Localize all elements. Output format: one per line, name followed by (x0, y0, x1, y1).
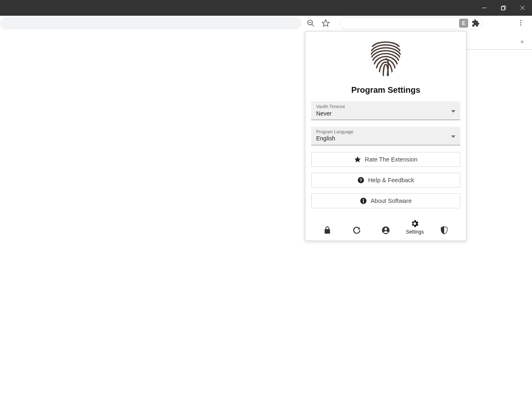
vault-timeout-select[interactable]: Vaulth Timeout Never (311, 101, 460, 120)
language-label: Program Language (316, 129, 455, 135)
refresh-icon (352, 226, 361, 235)
zoom-out-icon[interactable] (307, 19, 315, 27)
bottom-nav: Settings (311, 217, 460, 237)
fingerprint-shield-logo (365, 38, 406, 80)
nav-settings-label: Settings (406, 229, 424, 235)
extension-badge[interactable]: E (459, 19, 468, 28)
chevron-down-icon (451, 132, 455, 140)
window-close-button[interactable] (513, 0, 532, 16)
svg-marker-14 (451, 135, 455, 138)
extension-popup: Program Settings Vaulth Timeout Never Pr… (305, 31, 467, 241)
svg-point-22 (384, 228, 387, 230)
help-icon: ? (357, 176, 365, 184)
account-icon (381, 226, 390, 235)
svg-point-11 (520, 22, 522, 24)
svg-line-7 (312, 24, 314, 27)
about-software-label: About Software (370, 198, 411, 204)
lock-icon (323, 226, 332, 235)
logo-container (311, 36, 460, 80)
vault-timeout-value: Never (316, 110, 455, 117)
star-filled-icon (354, 156, 361, 163)
svg-point-12 (520, 24, 522, 26)
help-feedback-label: Help & Feedback (368, 177, 414, 183)
nav-lock[interactable] (315, 226, 340, 235)
window-maximize-button[interactable] (494, 0, 513, 16)
chevron-down-icon (451, 107, 455, 114)
nav-shield[interactable] (432, 226, 457, 235)
svg-rect-20 (363, 200, 364, 202)
window-minimize-button[interactable] (475, 0, 494, 16)
address-bar[interactable] (0, 17, 302, 29)
gear-icon (410, 219, 419, 228)
svg-rect-2 (501, 7, 505, 10)
shield-icon (440, 226, 449, 235)
svg-point-10 (520, 20, 522, 21)
language-value: English (316, 135, 455, 142)
language-select[interactable]: Program Language English (311, 127, 460, 145)
star-icon[interactable] (322, 19, 330, 27)
info-icon (360, 197, 367, 205)
extensions-pill[interactable]: E (340, 17, 483, 29)
browser-toolbar: E (0, 16, 532, 31)
popup-title: Program Settings (311, 85, 460, 95)
rate-extension-label: Rate The Extension (365, 156, 417, 163)
svg-marker-13 (451, 110, 455, 113)
overflow-icon[interactable]: » (520, 38, 524, 45)
rate-extension-button[interactable]: Rate The Extension (311, 152, 460, 167)
about-software-button[interactable]: About Software (311, 193, 460, 208)
nav-refresh[interactable] (344, 226, 369, 235)
svg-marker-9 (322, 20, 329, 27)
svg-text:?: ? (360, 177, 362, 182)
nav-settings[interactable]: Settings (402, 219, 427, 235)
nav-account[interactable] (373, 226, 398, 235)
vault-timeout-label: Vaulth Timeout (316, 104, 455, 109)
window-titlebar (0, 0, 532, 16)
extensions-icon[interactable] (472, 19, 480, 27)
help-feedback-button[interactable]: ? Help & Feedback (311, 173, 460, 188)
menu-icon[interactable] (517, 19, 525, 28)
svg-marker-15 (355, 156, 361, 162)
svg-point-19 (363, 199, 364, 200)
